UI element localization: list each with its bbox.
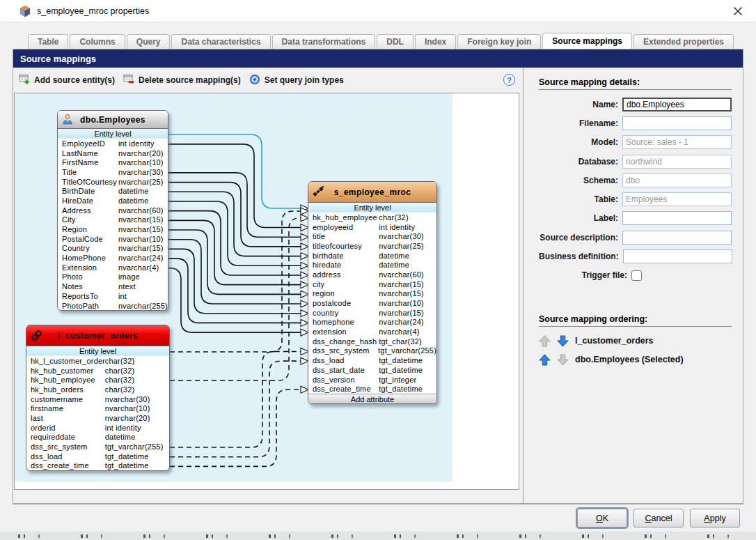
apply-button[interactable]: Apply xyxy=(690,509,740,527)
tab-table[interactable]: Table xyxy=(28,34,68,49)
attribute-row[interactable]: HomePhonenvarchar(24) xyxy=(58,253,168,263)
name-field[interactable] xyxy=(622,98,732,111)
attribute-row[interactable]: lastnvarchar(20) xyxy=(26,413,169,423)
tab-data-transformations[interactable]: Data transformations xyxy=(272,34,376,49)
label-field[interactable] xyxy=(622,211,732,225)
tab-columns[interactable]: Columns xyxy=(70,34,125,49)
attribute-row[interactable]: Regionnvarchar(15) xyxy=(58,224,168,234)
attribute-row[interactable]: Addressnvarchar(60) xyxy=(58,206,168,215)
entity-level-row[interactable]: Entity level xyxy=(308,203,436,213)
entity-header[interactable]: l_customer_orders xyxy=(26,325,169,346)
attribute-type: char(32) xyxy=(105,385,135,394)
field-row-source-description: Source description: xyxy=(539,228,732,247)
attribute-type: nvarchar(10) xyxy=(105,404,150,412)
attribute-row[interactable]: orderidint identity xyxy=(26,423,169,433)
model-field[interactable] xyxy=(622,135,732,149)
attribute-row[interactable]: dss_create_timetgt_datetime xyxy=(26,461,169,471)
attribute-row[interactable]: homephonenvarchar(24) xyxy=(308,318,436,327)
attribute-type: int identity xyxy=(105,424,141,432)
database-field[interactable] xyxy=(622,155,732,169)
tab-source-mappings[interactable]: Source mappings xyxy=(542,33,632,49)
attribute-row[interactable]: LastNamenvarchar(20) xyxy=(58,148,168,158)
attribute-row[interactable]: employeeidint identity xyxy=(308,222,436,232)
diagram-canvas[interactable]: dbo.EmployeesEntity levelEmployeeIDint i… xyxy=(14,93,519,490)
attribute-row[interactable]: PostalCodenvarchar(10) xyxy=(58,234,168,244)
add-attribute-button[interactable]: Add attribute xyxy=(308,394,436,403)
attribute-row[interactable]: titlenvarchar(30) xyxy=(308,231,436,241)
attribute-row[interactable]: hk_hub_customerchar(32) xyxy=(26,366,169,376)
attribute-type: nvarchar(4) xyxy=(118,263,159,272)
attribute-row[interactable]: hk_l_customer_orderschar(32) xyxy=(26,356,169,366)
delete-source-mapping-button[interactable]: Delete source mapping(s) xyxy=(123,74,241,87)
attribute-row[interactable]: firstnamenvarchar(10) xyxy=(26,403,169,413)
close-icon[interactable] xyxy=(732,6,743,17)
table-field[interactable] xyxy=(622,192,732,206)
attribute-type: nvarchar(24) xyxy=(379,318,424,326)
attribute-row[interactable]: addressnvarchar(60) xyxy=(308,270,436,279)
ordering-title: Source mapping ordering: xyxy=(539,314,732,327)
tab-index[interactable]: Index xyxy=(415,34,456,49)
panel-splitter[interactable] xyxy=(523,68,523,504)
attribute-row[interactable]: dss_create_timetgt_datetime xyxy=(308,384,436,394)
attribute-row[interactable]: countrynvarchar(15) xyxy=(308,308,436,318)
schema-field[interactable] xyxy=(622,173,732,187)
entity-l-customer-orders[interactable]: l_customer_ordersEntity levelhk_l_custom… xyxy=(26,325,170,471)
attribute-row[interactable]: requireddatedatetime xyxy=(26,433,169,442)
attribute-row[interactable]: Citynvarchar(15) xyxy=(58,215,168,225)
entity-level-row[interactable]: Entity level xyxy=(58,129,168,139)
attribute-row[interactable]: EmployeeIDint identity xyxy=(58,139,168,148)
attribute-row[interactable]: citynvarchar(15) xyxy=(308,279,436,289)
tab-ddl[interactable]: DDL xyxy=(377,34,414,49)
tab-data-characteristics[interactable]: Data characteristics xyxy=(171,34,270,49)
tab-extended-properties[interactable]: Extended properties xyxy=(633,34,734,49)
attribute-row[interactable]: Countrynvarchar(15) xyxy=(58,244,168,254)
attribute-row[interactable]: ReportsToint xyxy=(58,291,168,301)
attribute-row[interactable]: Titlenvarchar(30) xyxy=(58,167,168,177)
attribute-row[interactable]: FirstNamenvarchar(10) xyxy=(58,157,168,167)
add-source-entity-button[interactable]: Add source entity(s) xyxy=(19,74,115,87)
entity-header[interactable]: dbo.Employees xyxy=(58,111,168,129)
attribute-row[interactable]: dss_loadtgt_datetime xyxy=(26,452,169,461)
attribute-row[interactable]: dss_change_hashtgt_char(32) xyxy=(308,337,436,346)
attribute-row[interactable]: Photoimage xyxy=(58,272,168,282)
filename-field[interactable] xyxy=(622,116,732,130)
attribute-row[interactable]: dss_loadtgt_datetime xyxy=(308,355,436,365)
source-description-field[interactable] xyxy=(622,231,732,245)
entity-s-employee-mroc[interactable]: s_employee_mrocEntity levelhk_hub_employ… xyxy=(308,181,437,404)
attribute-row[interactable]: BirthDatedatetime xyxy=(58,186,168,196)
attribute-row[interactable]: customernamenvarchar(30) xyxy=(26,394,169,404)
attribute-row[interactable]: hk_hub_employeechar(32) xyxy=(308,213,436,222)
attribute-row[interactable]: HireDatedatetime xyxy=(58,196,168,206)
attribute-row[interactable]: dss_src_systemtgt_varchar(255) xyxy=(308,346,436,356)
tab-query[interactable]: Query xyxy=(127,34,171,49)
ok-button[interactable]: OK xyxy=(577,509,627,527)
attribute-row[interactable]: TitleOfCourtesynvarchar(25) xyxy=(58,177,168,187)
business-definition-field[interactable] xyxy=(623,249,732,263)
attribute-row[interactable]: PhotoPathnvarchar(255) xyxy=(58,301,168,311)
entity-header[interactable]: s_employee_mroc xyxy=(308,182,436,203)
entity-level-row[interactable]: Entity level xyxy=(26,346,169,356)
attribute-row[interactable]: hiredatedatetime xyxy=(308,260,436,270)
attribute-row[interactable]: birthdatedatetime xyxy=(308,251,436,261)
move-up-icon[interactable] xyxy=(539,354,551,366)
attribute-row[interactable]: postalcodenvarchar(10) xyxy=(308,298,436,308)
attribute-row[interactable]: dss_src_systemtgt_varchar(255) xyxy=(26,442,169,452)
attribute-row[interactable]: Notesntext xyxy=(58,281,168,291)
attribute-row[interactable]: Extensionnvarchar(4) xyxy=(58,263,168,272)
tab-foreign-key-join[interactable]: Foreign key join xyxy=(457,34,541,49)
help-icon[interactable]: ? xyxy=(503,74,515,86)
attribute-row[interactable]: titleofcourtesynvarchar(25) xyxy=(308,241,436,251)
attribute-row[interactable]: dss_versiontgt_integer xyxy=(308,375,436,385)
attribute-row[interactable]: hk_hub_employeechar(32) xyxy=(26,375,169,385)
trigger-file-checkbox[interactable] xyxy=(631,270,642,281)
entity-dbo-employees[interactable]: dbo.EmployeesEntity levelEmployeeIDint i… xyxy=(57,110,168,311)
set-query-join-types-button[interactable]: Set query join types xyxy=(249,74,344,87)
move-down-icon[interactable] xyxy=(557,335,569,347)
attribute-row[interactable]: extensionnvarchar(4) xyxy=(308,327,436,337)
attribute-type: char(32) xyxy=(105,367,135,375)
attribute-row[interactable]: dss_start_datetgt_datetime xyxy=(308,365,436,375)
field-label: Name: xyxy=(539,100,622,109)
attribute-row[interactable]: hk_hub_orderschar(32) xyxy=(26,385,169,394)
cancel-button[interactable]: Cancel xyxy=(633,509,684,527)
attribute-row[interactable]: regionnvarchar(15) xyxy=(308,289,436,299)
